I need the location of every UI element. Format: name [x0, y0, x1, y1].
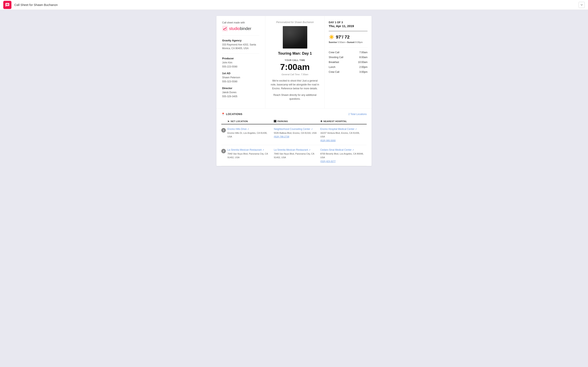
schedule-row: Crew Call3:00pm — [329, 71, 367, 73]
set-location-header: ➤ SET LOCATION — [227, 120, 274, 123]
locations-header: 📍 LOCATIONS 2 Total Locations — [221, 113, 367, 116]
parking-cell: La Sirenita Mexican Restaurant ↗ 7940 Va… — [274, 149, 320, 162]
page-title: Call Sheet for Shawn Buchanon — [14, 3, 58, 7]
main-content: Call sheet made with studiobinder Gravit… — [0, 10, 588, 172]
schedule-row: Breakfast10:00am — [329, 61, 367, 64]
ad-role: 1st AD — [222, 72, 259, 75]
locations-title-row: 📍 LOCATIONS — [221, 113, 242, 116]
schedule-time: 8:00am — [359, 56, 367, 59]
note1: We're excited to shoot this! Just a gene… — [269, 79, 320, 91]
external-link-icon: ↗ — [311, 128, 312, 130]
set-location-cell: La Sirenita Mexican Restaurant ↗ 7940 Va… — [227, 149, 274, 162]
external-link-icon: ↗ — [247, 128, 249, 130]
locations-title: LOCATIONS — [226, 113, 242, 116]
hero-image — [283, 26, 307, 49]
schedule-time: 10:00am — [358, 61, 367, 64]
schedule-time: 2:00pm — [359, 66, 367, 68]
right-column: DAY 1 OF 3 Thu, Apr 11, 2019 ☀️ 97F/ 72 … — [325, 16, 372, 108]
schedule-row: Crew Call7:00am — [329, 51, 367, 54]
producer-name: John Kim — [222, 61, 259, 64]
director-phone: 555-329-3405 — [222, 95, 259, 98]
personalized-label: Personalized for Shawn Buchanon — [269, 21, 320, 24]
set-location-cell: Encino Hills Drive ↗ Encino Hills Dr, Lo… — [227, 128, 274, 142]
ad-name: Shawn Peterson — [222, 76, 259, 79]
locations-rows: 1 Encino Hills Drive ↗ Encino Hills Dr, … — [221, 124, 367, 166]
made-with-label: Call sheet made with — [222, 21, 259, 25]
location-row: 1 Encino Hills Drive ↗ Encino Hills Dr, … — [221, 124, 367, 145]
location-number: 2 — [221, 149, 226, 153]
agency-address-line1: 333 Raymond Ave #202, Santa — [222, 43, 259, 47]
temperature: 97F/ 72 — [336, 34, 350, 40]
external-link-icon: ↗ — [355, 128, 357, 130]
topbar: Call Sheet for Shawn Buchanon — [0, 0, 588, 10]
arrow-icon: ➤ — [227, 120, 229, 123]
logo: studiobinder — [222, 26, 259, 31]
agency-name: Gravity Agency — [222, 39, 259, 42]
set-location-link[interactable]: Encino Hills Drive ↗ — [227, 128, 271, 131]
set-location-link[interactable]: La Sirenita Mexican Restaurant ↗ — [227, 149, 271, 151]
director-role: Director — [222, 87, 259, 90]
schedule-row: Shooting Call8:00am — [329, 56, 367, 59]
location-row: 2 La Sirenita Mexican Restaurant ↗ 7940 … — [221, 145, 367, 166]
hospital-address: 8700 Beverly Blvd, Los Angeles, CA 90048… — [320, 152, 364, 159]
producer-block: Producer John Kim 555-223-5590 — [222, 57, 259, 68]
center-column: Personalized for Shawn Buchanon Touring … — [265, 16, 325, 108]
call-time-label: YOUR CALL TIME — [269, 59, 320, 61]
total-locations: 2 Total Locations — [348, 113, 367, 116]
app-icon — [3, 1, 11, 9]
set-address: 7940 Van Nuys Blvd, Panorama City, CA 91… — [227, 152, 268, 159]
locations-table-header: ➤ SET LOCATION 🅿 PARKING ✚ NEAREST HOSPI… — [221, 118, 367, 124]
date-label: Thu, Apr 11, 2019 — [329, 24, 367, 28]
locations-section: 📍 LOCATIONS 2 Total Locations ➤ SET LOCA… — [216, 108, 372, 166]
schedule-time: 3:00pm — [359, 71, 367, 73]
hospital-phone[interactable]: (818) 995-5000 — [320, 139, 364, 142]
ad-block: 1st AD Shawn Peterson 555-323-5590 — [222, 72, 259, 83]
schedule-time: 7:00am — [359, 51, 367, 54]
parking-cell: Neighborhood Counseling Center ↗ 5535 Ba… — [274, 128, 320, 142]
schedule-label: Lunch — [329, 66, 336, 68]
studiobinder-logo-icon — [222, 26, 228, 31]
weather-row: ☀️ 97F/ 72 — [329, 34, 367, 40]
external-link-icon: ↗ — [352, 149, 354, 151]
external-link-icon: ↗ — [262, 149, 264, 151]
producer-role: Producer — [222, 57, 259, 60]
call-sheet-card: Call sheet made with studiobinder Gravit… — [216, 16, 372, 166]
agency-block: Gravity Agency 333 Raymond Ave #202, San… — [222, 39, 259, 50]
sun-times: Sunrise 5:50am • Sunset 8:08pm — [329, 41, 367, 43]
general-call-label: General Call Time: 7:30am — [269, 73, 320, 76]
hospital-address: 16237 Ventura Blvd, Encino, CA 91436, US… — [320, 132, 360, 138]
schedule-label: Crew Call — [329, 51, 339, 54]
hospital-link[interactable]: Cedars-Sinai Medical Center ↗ — [320, 149, 364, 151]
parking-link[interactable]: Neighborhood Counseling Center ↗ — [274, 128, 318, 131]
schedule-label: Breakfast — [329, 61, 339, 64]
hospital-phone[interactable]: (310) 423-3277 — [320, 160, 364, 162]
ad-phone: 555-323-5590 — [222, 80, 259, 83]
call-time-value: 7:00am — [269, 62, 320, 72]
sun-icon: ☀️ — [329, 34, 334, 40]
external-link-icon: ↗ — [309, 149, 310, 151]
hospital-cell: Encino Hospital Medical Center ↗ 16237 V… — [320, 128, 367, 142]
topbar-dropdown-button[interactable] — [579, 2, 585, 8]
film-title: Touring Man: Day 1 — [269, 51, 320, 56]
logo-text: studiobinder — [229, 26, 251, 31]
schedule-label: Crew Call — [329, 71, 339, 73]
hospital-header: ✚ NEAREST HOSPITAL — [320, 120, 367, 123]
director-name: Jakob Dunes — [222, 91, 259, 94]
hospital-link[interactable]: Encino Hospital Medical Center ↗ — [320, 128, 364, 131]
parking-address: 7940 Van Nuys Blvd, Panorama City, CA 91… — [274, 152, 314, 159]
parking-icon: 🅿 — [274, 120, 276, 123]
set-address: Encino Hills Dr, Los Angeles, CA 91436, … — [227, 132, 267, 138]
top-section: Call sheet made with studiobinder Gravit… — [216, 16, 372, 108]
agency-address-line2: Monica, CA 90405, USA — [222, 47, 259, 50]
schedule-row: Lunch2:00pm — [329, 66, 367, 68]
note2: Reach Shawn directly for any additional … — [269, 93, 320, 101]
schedule-label: Shooting Call — [329, 56, 343, 59]
pin-icon: 📍 — [221, 113, 225, 116]
parking-phone[interactable]: (818) 788-2738 — [274, 135, 318, 138]
parking-link[interactable]: La Sirenita Mexican Restaurant ↗ — [274, 149, 318, 151]
day-label: DAY 1 OF 3 — [329, 21, 367, 24]
hospital-icon: ✚ — [320, 120, 322, 123]
director-block: Director Jakob Dunes 555-329-3405 — [222, 87, 259, 98]
schedule-container: Crew Call7:00amShooting Call8:00amBreakf… — [329, 51, 367, 73]
hospital-cell: Cedars-Sinai Medical Center ↗ 8700 Bever… — [320, 149, 367, 162]
